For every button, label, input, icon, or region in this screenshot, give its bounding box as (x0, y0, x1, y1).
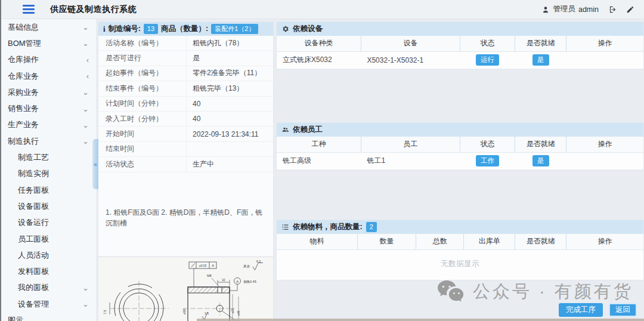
equipment-table: 设备种类 设备 状态 是否就绪 操作 立式铣床X5032 X5032-1-X50… (277, 36, 643, 69)
sidebar-item-staff-panel[interactable]: 员工面板 (0, 231, 96, 247)
equipment-status-cell: 运行 (460, 51, 515, 69)
sidebar-item-mfg-process[interactable]: 制造工艺 (0, 149, 96, 165)
theme-pen-icon[interactable] (626, 5, 634, 14)
topbar-right: 管理员 admin (541, 4, 634, 14)
collapse-icon: « (94, 161, 97, 168)
col-header: 操作 (566, 234, 643, 249)
mfg-no-label: 制造编号: (109, 24, 141, 34)
section-staff-header: 依赖员工 (277, 123, 643, 137)
list-icon (281, 223, 289, 231)
col-header: 状态 (460, 36, 515, 51)
sidebar-item-label: 任务面板 (18, 185, 49, 196)
equipment-kind-cell: 立式铣床X5032 (277, 51, 361, 69)
sidebar-item-equipment-panel[interactable]: 设备面板 (0, 198, 96, 214)
staff-kind-cell: 铣工高级 (277, 152, 361, 169)
sidebar-item-label: 销售业务 (8, 103, 39, 114)
col-header: 是否就绪 (515, 137, 566, 152)
material-count-badge: 2 (366, 222, 377, 232)
section-materials: 依赖物料，商品数量: 2 物料 数量 总数 出库单 是否就绪 操作 无数据显示 (276, 220, 644, 280)
sidebar-item-personnel-activity[interactable]: 人员活动 (0, 247, 96, 263)
user-info: 管理员 admin (541, 4, 599, 14)
field-value: 零件2准备完毕（11） (187, 68, 273, 78)
svg-text:7.5: 7.5 (103, 310, 107, 314)
product-badge[interactable]: 装配件1（2） (211, 24, 258, 34)
sidebar-item-diagram[interactable]: 图示⌄ (0, 312, 96, 321)
process-note: 1. 粗铣F面及G面 2. 精铣D面，半精铣D、F面，铣沉割槽 (98, 207, 273, 229)
field-label: 录入工时（分钟） (98, 112, 187, 126)
sidebar-item-task-panel[interactable]: 任务面板 (0, 182, 96, 198)
staff-name-cell: 铣工1 (361, 152, 460, 169)
action-buttons: 完成工序 返回 (559, 303, 637, 317)
sidebar-item-mfg-instance[interactable]: 制造实例 (0, 166, 96, 182)
section-equipment-header: 依赖设备 (277, 22, 643, 36)
staff-ready-cell: 是 (515, 152, 566, 169)
col-header: 操作 (566, 137, 643, 152)
sidebar-item-label: 制造实例 (18, 168, 49, 179)
field-label: 是否可进行 (98, 51, 187, 65)
back-button[interactable]: 返回 (609, 303, 637, 317)
sidebar-item-label: 采购业务 (8, 87, 39, 98)
sidebar-item-label: 生产业务 (8, 119, 39, 130)
chevron-left-icon: ‹ (86, 72, 89, 80)
sidebar-item-equipment-mgmt[interactable]: 设备管理⌄ (0, 296, 96, 312)
detail-row: 活动名称（编号）粗铣内孔（78） (98, 36, 273, 51)
sidebar-item-production[interactable]: 生产业务⌄ (0, 117, 96, 133)
product-label: 商品（数量）: (161, 24, 208, 34)
svg-text:1.6: 1.6 (205, 311, 209, 315)
col-header: 总数 (416, 234, 464, 249)
sidebar-item-purchasing[interactable]: 采购业务⌄ (0, 84, 96, 100)
status-badge: 运行 (476, 54, 499, 66)
svg-text:倒角0.45: 倒角0.45 (243, 280, 256, 284)
dependencies-panel: 依赖设备 设备种类 设备 状态 是否就绪 操作 立式铣床X5032 X5032-… (276, 21, 644, 321)
chevron-down-icon: ⌄ (82, 23, 89, 31)
finish-process-button[interactable]: 完成工序 (559, 303, 603, 317)
materials-table: 物料 数量 总数 出库单 是否就绪 操作 (277, 234, 643, 250)
section-title: 依赖物料，商品数量: (293, 222, 363, 232)
top-bar: 供应链及制造执行系统 管理员 admin (0, 0, 644, 19)
sidebar-item-mfg-execution[interactable]: 制造执行⌄ (0, 133, 96, 149)
svg-text:⌀0.02: ⌀0.02 (199, 264, 207, 267)
equipment-ready-cell: 是 (515, 51, 566, 69)
col-header: 设备 (361, 36, 460, 51)
sidebar-item-warehouse-biz[interactable]: 仓库业务‹ (0, 68, 96, 84)
col-header: 状态 (460, 137, 515, 152)
sidebar-item-equipment-run[interactable]: 设备运行 (0, 215, 96, 231)
field-label: 结束时间 (98, 142, 187, 156)
detail-row: 活动状态生产中 (98, 157, 273, 172)
detail-row: 起始事件（编号）零件2准备完毕（11） (98, 66, 273, 81)
user-role: 管理员 (553, 4, 575, 14)
col-header: 是否就绪 (515, 234, 566, 249)
detail-row: 是否可进行是 (98, 51, 273, 66)
screen-edge-left (0, 0, 1, 321)
sidebar-item-sales[interactable]: 销售业务⌄ (0, 100, 96, 116)
detail-header: i 制造编号: 13 商品（数量）: 装配件1（2） (98, 22, 273, 36)
field-value: 粗铣完毕（13） (187, 84, 273, 94)
sidebar-item-basic-info[interactable]: 基础信息⌄ (0, 19, 96, 35)
operation-cell (566, 152, 643, 169)
sidebar-item-label: 我的面板 (18, 282, 49, 293)
field-value: 粗铣内孔（78） (187, 38, 273, 48)
sidebar-item-my-panel[interactable]: 我的面板⌄ (0, 280, 96, 296)
hamburger-menu-icon[interactable] (23, 5, 35, 14)
sidebar-item-warehouse-ops[interactable]: 仓库操作‹ (0, 52, 96, 68)
sidebar-item-label: 制造执行 (8, 136, 39, 147)
user-icon (541, 5, 550, 14)
sidebar-item-bom[interactable]: BOM管理⌄ (0, 35, 96, 51)
detail-row: 开始时间2022-09-13 21:34:11 (98, 126, 273, 141)
field-label: 结束事件（编号） (98, 81, 187, 95)
detail-row: 计划时间（分钟）40 (98, 97, 273, 112)
user-name: admin (578, 5, 599, 14)
panel-collapse-handle[interactable]: « (92, 139, 98, 189)
col-header: 是否就绪 (515, 36, 566, 51)
sidebar-item-material-issue-panel[interactable]: 发料面板 (0, 263, 96, 279)
field-label: 开始时间 (98, 126, 187, 141)
chevron-down-icon: ⌄ (82, 39, 89, 47)
gear-icon (281, 25, 289, 33)
chevron-down-icon: ⌄ (82, 316, 89, 321)
section-equipment: 依赖设备 设备种类 设备 状态 是否就绪 操作 立式铣床X5032 X5032-… (276, 21, 644, 70)
col-header: 工种 (277, 137, 361, 152)
chevron-left-icon: ‹ (86, 56, 89, 64)
logout-icon[interactable] (608, 5, 617, 14)
sidebar-item-label: 发料面板 (18, 266, 49, 277)
status-badge: 工作 (476, 155, 499, 166)
